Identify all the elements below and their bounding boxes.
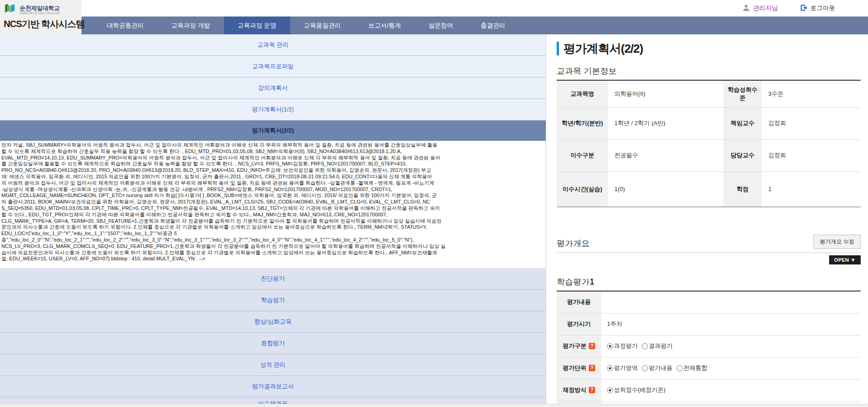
radio-button[interactable] (607, 387, 613, 393)
page-title-text: 평가계획서(2/2) (564, 41, 643, 57)
eval-row: 채점방식?성취점수(배점기준) (557, 380, 861, 402)
learning-eval-heading: 학습평가1 (557, 277, 594, 286)
debug-comment-text: 전자 저널, SBJ_SUMMARY=의학용어의 어원적 분석과 접두사, 어근… (0, 141, 546, 268)
eval-row-label: 평가단위? (557, 358, 601, 379)
logged-in-user[interactable]: 관리자님 (743, 4, 778, 13)
sidebar-item-학습평가[interactable]: 학습평가 (0, 290, 546, 311)
radio-button[interactable] (607, 365, 613, 371)
basic-value: 3수준 (762, 81, 861, 107)
nav-item-교육품질관리[interactable]: 교육품질관리 (290, 16, 355, 34)
logout-button[interactable]: 로그아웃 (800, 4, 835, 13)
page-title: 평가계획서(2/2) (557, 41, 861, 56)
basic-label: 이수구분 (557, 139, 608, 171)
eval-label-text: 채점방식 (563, 386, 586, 394)
open-button-row: OPEN ▼ (557, 255, 861, 264)
help-icon[interactable]: ? (589, 387, 595, 393)
sidebar-item-종합평가[interactable]: 종합평가 (0, 333, 546, 354)
sidebar-item-평가결과보고서[interactable]: 평가결과보고서 (0, 376, 546, 397)
sidebar-item-이수체계표[interactable]: 이수체계표 (0, 397, 546, 404)
basic-label: 이수시간(실습) (557, 171, 608, 207)
sidebar-item-교과목 관리[interactable]: 교과목 관리 (0, 34, 546, 56)
eval-row-value: 성취점수(배점기준) (601, 380, 861, 401)
eval-label-text: 평가구분 (563, 342, 586, 350)
radio-button[interactable] (607, 343, 613, 349)
radio-label: 과정평가 (614, 342, 638, 350)
evaluation-overview-heading: 평가개요 (557, 238, 590, 249)
sidebar-item-selected[interactable]: 평가계획서(2/2) (0, 121, 546, 141)
content-panel: 평가계획서(2/2) 교과목 기본정보 교과목명의학용어(II)학습성취수준3수… (547, 34, 868, 407)
horizontal-scrollbar[interactable] (0, 404, 868, 407)
radio-option-과정평가[interactable]: 과정평가 (607, 342, 638, 350)
basic-value: 의학용어(II) (608, 81, 723, 107)
nav-item-교육과정-운영[interactable]: 교육과정 운영 (224, 16, 290, 34)
radio-label: 성취점수(배점기준) (614, 386, 666, 394)
basic-value: 1(0) (608, 171, 723, 207)
basic-info-row: 이수구분전공필수담당교수김정회 (557, 139, 861, 171)
open-toggle-button[interactable]: OPEN ▼ (829, 255, 861, 264)
logout-icon (800, 4, 807, 13)
nav-item-설문참여[interactable]: 설문참여 (415, 16, 467, 34)
radio-label: 전체통합 (684, 364, 707, 372)
evaluation-overview-heading-row: 평가개요 평가개요 수정 (557, 235, 861, 253)
basic-value: 전공필수 (608, 139, 723, 171)
radio-option-성취점수(배점기준)[interactable]: 성취점수(배점기준) (607, 386, 666, 394)
sidebar-item-교과목프로파일[interactable]: 교과목프로파일 (0, 56, 546, 77)
learning-eval-heading-row: 학습평가1 (557, 276, 861, 292)
eval-row: 평가내용 (557, 292, 861, 314)
basic-label: 담당교수 (723, 139, 762, 171)
eval-label-text: 평가단위 (563, 364, 586, 372)
basic-value: 김정회 (762, 139, 861, 171)
title-accent-bar (557, 42, 559, 55)
app-logo[interactable]: 순천제일대학교 SUNCHEON JEIL COLLEGE NCS기반 학사시스… (0, 0, 81, 34)
nav-item-보고서-통계[interactable]: 보고서/통계 (355, 16, 415, 34)
sidebar-item-평가계획서(1/2)[interactable]: 평가계획서(1/2) (0, 99, 546, 121)
eval-row-label: 평가구분? (557, 336, 601, 357)
radio-button[interactable] (642, 343, 648, 349)
eval-label-text: 평가내용 (567, 298, 591, 306)
college-flag-icon (4, 3, 17, 16)
learning-eval-table: 평가내용평가시기1주차평가구분?과정평가결과평가평가단위?평가영역평가내용전체통… (557, 292, 861, 407)
radio-button[interactable] (677, 365, 683, 371)
nav-item-교육과정-개발[interactable]: 교육과정 개발 (157, 16, 224, 34)
radio-option-평가내용[interactable]: 평가내용 (642, 364, 673, 372)
radio-option-결과평가[interactable]: 결과평가 (642, 342, 673, 350)
sidebar-item-성적 관리[interactable]: 성적 관리 (0, 354, 546, 376)
main-navigation: 대학공통관리교육과정 개발교육과정 운영교육품질관리보고서/통계설문참여출결관리 (81, 16, 868, 34)
sidebar-item-강의계획서[interactable]: 강의계획서 (0, 77, 546, 99)
basic-value: 김정회 (762, 107, 861, 139)
sidebar-menu: 교과목 관리교과목프로파일강의계획서평가계획서(1/2)평가계획서(2/2)전자… (0, 34, 546, 407)
basic-label: 교과목명 (557, 81, 608, 107)
help-icon[interactable]: ? (589, 365, 595, 371)
nav-item-출결관리[interactable]: 출결관리 (467, 16, 519, 34)
system-title: NCS기반 학사시스템 (4, 18, 79, 30)
radio-option-전체통합[interactable]: 전체통합 (677, 364, 707, 372)
eval-row-label: 평가시기 (557, 314, 601, 335)
eval-row-label: 평가내용 (557, 292, 601, 313)
radio-label: 평가영역 (614, 364, 638, 372)
eval-row-value (601, 292, 861, 313)
basic-label: 학점 (723, 171, 762, 207)
help-icon[interactable]: ? (589, 343, 595, 349)
eval-row-label: 채점방식? (557, 380, 601, 401)
basic-label: 학습성취수준 (723, 81, 762, 107)
basic-info-heading-row: 교과목 기본정보 (557, 66, 861, 81)
edit-overview-button[interactable]: 평가개요 수정 (814, 235, 861, 249)
radio-option-평가영역[interactable]: 평가영역 (607, 364, 638, 372)
radio-button[interactable] (642, 365, 648, 371)
basic-label: 학년/학기(분반) (557, 107, 608, 139)
eval-row: 평가단위?평가영역평가내용전체통합 (557, 358, 861, 380)
learning-eval-number: 1 (590, 277, 594, 286)
top-header-bar: 관리자님 로그아웃 (0, 0, 868, 16)
eval-row-value: 1주차 (601, 314, 861, 335)
nav-item-대학공통관리[interactable]: 대학공통관리 (93, 16, 157, 34)
basic-value: 1학년 / 2학기 (A반) (608, 107, 723, 139)
basic-info-row: 교과목명의학용어(II)학습성취수준3수준 (557, 81, 861, 107)
basic-label: 책임교수 (723, 107, 762, 139)
radio-label: 평가내용 (649, 364, 673, 372)
sidebar-item-진단평가[interactable]: 진단평가 (0, 268, 546, 290)
eval-row: 평가구분?과정평가결과평가 (557, 336, 861, 358)
basic-value: 1 (762, 171, 861, 207)
basic-info-heading: 교과목 기본정보 (557, 66, 617, 76)
sidebar-item-향상/심화교육[interactable]: 향상/심화교육 (0, 311, 546, 333)
university-name-en: SUNCHEON JEIL COLLEGE (20, 11, 60, 15)
